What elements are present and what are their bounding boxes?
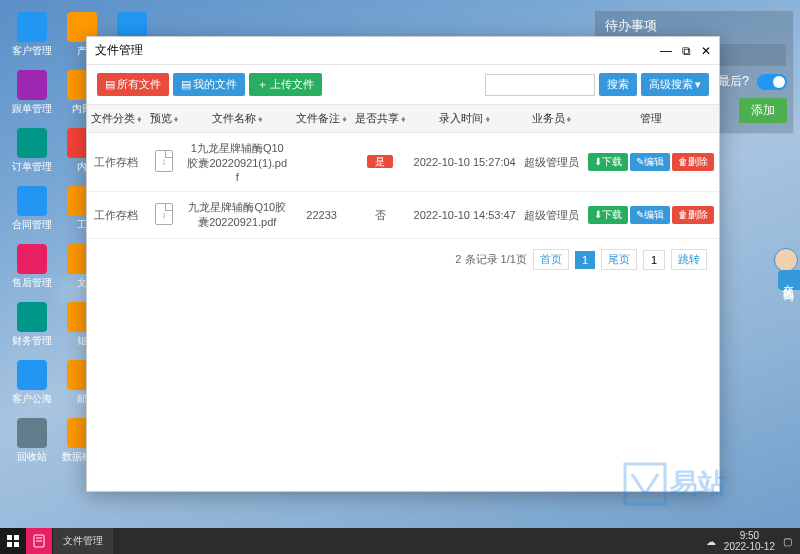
cell-shared: 否 (351, 192, 410, 239)
taskbar-clock[interactable]: 9:50 2022-10-12 (724, 530, 775, 552)
app-icon (17, 12, 47, 42)
upload-button[interactable]: ＋上传文件 (249, 73, 322, 96)
taskbar: 文件管理 ☁ 9:50 2022-10-12 ▢ (0, 528, 800, 554)
add-button[interactable]: 添加 (739, 98, 787, 123)
icon-label: 合同管理 (12, 218, 52, 232)
edit-button[interactable]: ✎编辑 (630, 206, 670, 224)
app-icon (17, 186, 47, 216)
cell-preview[interactable] (146, 133, 183, 192)
app-icon (17, 244, 47, 274)
cell-actions: ⬇下载✎编辑🗑删除 (583, 192, 719, 239)
delete-button[interactable]: 🗑删除 (672, 153, 714, 171)
col-shared[interactable]: 是否共享♦ (351, 105, 410, 133)
edit-button[interactable]: ✎编辑 (630, 153, 670, 171)
toolbar: ▤所有文件 ▤我的文件 ＋上传文件 搜索 高级搜索 ▾ (87, 65, 719, 104)
cell-time: 2022-10-10 15:27:04 (410, 133, 520, 192)
chevron-down-icon: ▾ (695, 78, 701, 91)
sort-icon: ♦ (401, 114, 406, 124)
cell-operator: 超级管理员 (520, 133, 583, 192)
sort-icon: ♦ (174, 114, 179, 124)
svg-rect-3 (7, 542, 12, 547)
list-icon: ▤ (181, 78, 191, 91)
my-files-button[interactable]: ▤我的文件 (173, 73, 245, 96)
app-icon (17, 360, 47, 390)
cell-shared: 是 (351, 133, 410, 192)
desktop-icon[interactable]: 客户管理 (10, 12, 54, 58)
col-operator[interactable]: 业务员♦ (520, 105, 583, 133)
close-icon[interactable]: ✕ (701, 44, 711, 58)
cell-filename: 九龙星牌辅酶Q10胶囊20220921.pdf (182, 192, 292, 239)
app-icon (17, 128, 47, 158)
pager-jump[interactable]: 跳转 (671, 249, 707, 270)
cell-preview[interactable] (146, 192, 183, 239)
col-time[interactable]: 录入时间♦ (410, 105, 520, 133)
desktop-icon[interactable]: 回收站 (10, 418, 54, 464)
desktop-icon[interactable]: 跟单管理 (10, 70, 54, 116)
svg-rect-4 (14, 542, 19, 547)
sort-icon: ♦ (137, 114, 142, 124)
pagination: 2 条记录 1/1页 首页 1 尾页 跳转 (87, 239, 719, 280)
sort-icon: ♦ (258, 114, 263, 124)
pdf-icon (155, 150, 173, 172)
cell-time: 2022-10-10 14:53:47 (410, 192, 520, 239)
desktop-icon[interactable]: 合同管理 (10, 186, 54, 232)
sort-icon: ♦ (485, 114, 490, 124)
icon-label: 跟单管理 (12, 102, 52, 116)
maximize-icon[interactable]: ⧉ (682, 44, 691, 58)
sort-icon: ♦ (567, 114, 572, 124)
col-filename[interactable]: 文件名称♦ (182, 105, 292, 133)
cell-category: 工作存档 (87, 133, 146, 192)
online-consult-button[interactable]: 在线咨询 (778, 270, 800, 290)
pager-jump-input[interactable] (643, 250, 665, 270)
desktop-icon[interactable]: 客户公海 (10, 360, 54, 406)
advanced-search-button[interactable]: 高级搜索 ▾ (641, 73, 709, 96)
download-button[interactable]: ⬇下载 (588, 153, 628, 171)
table-row: 工作存档 九龙星牌辅酶Q10胶囊20220921.pdf 22233 否 202… (87, 192, 719, 239)
search-input[interactable] (485, 74, 595, 96)
plus-icon: ＋ (257, 77, 268, 92)
col-preview[interactable]: 预览♦ (146, 105, 183, 133)
desktop-icon[interactable]: 财务管理 (10, 302, 54, 348)
icon-label: 财务管理 (12, 334, 52, 348)
sort-icon: ♦ (342, 114, 347, 124)
move-last-switch[interactable] (757, 74, 787, 90)
delete-button[interactable]: 🗑删除 (672, 206, 714, 224)
cell-actions: ⬇下载✎编辑🗑删除 (583, 133, 719, 192)
cell-category: 工作存档 (87, 192, 146, 239)
shared-badge: 是 (367, 155, 393, 168)
icon-label: 客户管理 (12, 44, 52, 58)
svg-rect-1 (7, 535, 12, 540)
tray-notification-icon[interactable]: ▢ (783, 536, 792, 547)
download-button[interactable]: ⬇下载 (588, 206, 628, 224)
cell-filename: 1九龙星牌辅酶Q10胶囊20220921(1).pdf (182, 133, 292, 192)
pager-last[interactable]: 尾页 (601, 249, 637, 270)
icon-label: 回收站 (17, 450, 47, 464)
list-icon: ▤ (105, 78, 115, 91)
app-icon (17, 418, 47, 448)
icon-label: 客户公海 (12, 392, 52, 406)
app-icon (17, 302, 47, 332)
cell-notes: 22233 (292, 192, 351, 239)
desktop-icon[interactable]: 订单管理 (10, 128, 54, 174)
minimize-icon[interactable]: — (660, 44, 672, 58)
col-manage: 管理 (583, 105, 719, 133)
desktop-icon[interactable]: 售后管理 (10, 244, 54, 290)
pager-first[interactable]: 首页 (533, 249, 569, 270)
col-category[interactable]: 文件分类♦ (87, 105, 146, 133)
search-button[interactable]: 搜索 (599, 73, 637, 96)
pager-summary: 2 条记录 1/1页 (455, 252, 527, 267)
pager-current[interactable]: 1 (575, 251, 595, 269)
taskbar-app-icon[interactable] (26, 528, 52, 554)
file-manager-window: 文件管理 — ⧉ ✕ ▤所有文件 ▤我的文件 ＋上传文件 搜索 高级搜索 ▾ 文… (86, 36, 720, 492)
tray-cloud-icon[interactable]: ☁ (706, 536, 716, 547)
start-button[interactable] (0, 528, 26, 554)
window-titlebar[interactable]: 文件管理 — ⧉ ✕ (87, 37, 719, 65)
all-files-button[interactable]: ▤所有文件 (97, 73, 169, 96)
file-table: 文件分类♦ 预览♦ 文件名称♦ 文件备注♦ 是否共享♦ 录入时间♦ 业务员♦ 管… (87, 104, 719, 239)
pdf-icon (155, 203, 173, 225)
svg-rect-2 (14, 535, 19, 540)
col-notes[interactable]: 文件备注♦ (292, 105, 351, 133)
taskbar-item[interactable]: 文件管理 (52, 528, 113, 554)
consult-avatar[interactable] (774, 248, 798, 272)
table-row: 工作存档 1九龙星牌辅酶Q10胶囊20220921(1).pdf 是 2022-… (87, 133, 719, 192)
